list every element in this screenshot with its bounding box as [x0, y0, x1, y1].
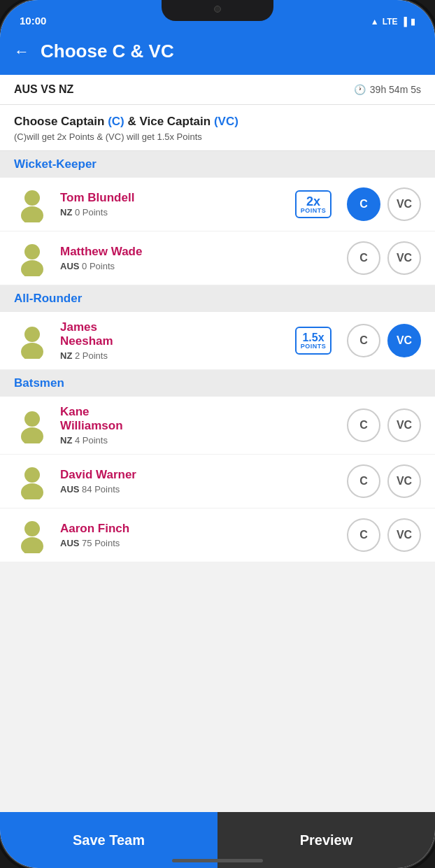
- cv-buttons-james-neesham: C VC: [347, 324, 421, 357]
- player-row-matthew-wade: Matthew Wade AUS 0 Points C VC: [0, 232, 435, 285]
- category-header-batsmen: Batsmen: [0, 370, 435, 397]
- captain-button-aaron-finch[interactable]: C: [347, 518, 380, 552]
- back-button[interactable]: ←: [14, 43, 29, 61]
- instruction-title: Choose Captain (C) & Vice Captain (VC): [14, 115, 421, 129]
- player-name-david-warner: David Warner: [60, 468, 285, 482]
- avatar-matthew-wade: [14, 240, 50, 276]
- instruction-section: Choose Captain (C) & Vice Captain (VC) (…: [0, 105, 435, 151]
- main-content: Choose Captain (C) & Vice Captain (VC) (…: [0, 105, 435, 812]
- player-team: AUS: [60, 261, 79, 271]
- category-header-wicketkeeper: Wicket-Keeper: [0, 151, 435, 178]
- vc-button-matthew-wade[interactable]: VC: [387, 241, 421, 275]
- player-name-kane-williamson: KaneWilliamson: [60, 405, 285, 433]
- signal-icon: ▐: [401, 17, 407, 27]
- cv-buttons-aaron-finch: C VC: [347, 518, 421, 552]
- 2x-badge: 2x POINTS: [295, 190, 331, 218]
- player-team: NZ: [60, 207, 72, 218]
- home-indicator: [172, 859, 263, 862]
- svg-point-1: [21, 206, 43, 222]
- vc-label: (VC): [214, 115, 238, 128]
- status-time: 10:00: [20, 15, 46, 27]
- captain-button-james-neesham[interactable]: C: [347, 324, 380, 357]
- silhouette-icon: [14, 186, 50, 222]
- player-row-tom-blundell: Tom Blundell NZ 0 Points 2x POINTS C VC: [0, 178, 435, 232]
- category-title-batsmen: Batsmen: [14, 376, 64, 390]
- lte-label: LTE: [383, 17, 398, 27]
- silhouette-icon: [14, 240, 50, 276]
- captain-button-david-warner[interactable]: C: [347, 464, 380, 498]
- svg-point-10: [24, 521, 40, 536]
- player-name-tom-blundell: Tom Blundell: [60, 191, 285, 205]
- avatar-david-warner: [14, 463, 50, 499]
- vc-button-david-warner[interactable]: VC: [387, 464, 421, 498]
- badge-james-neesham: 1.5x POINTS: [295, 327, 331, 355]
- silhouette-icon: [14, 407, 50, 443]
- svg-point-5: [21, 343, 43, 359]
- c-label: (C): [108, 115, 124, 128]
- player-name-matthew-wade: Matthew Wade: [60, 245, 285, 259]
- player-info-aaron-finch: Aaron Finch AUS 75 Points: [60, 522, 285, 548]
- silhouette-icon: [14, 463, 50, 499]
- instruction-mid: & Vice Captain: [124, 115, 214, 128]
- avatar-aaron-finch: [14, 517, 50, 553]
- player-team: AUS: [60, 538, 79, 548]
- silhouette-icon: [14, 517, 50, 553]
- player-row-kane-williamson: KaneWilliamson NZ 4 Points C VC: [0, 397, 435, 455]
- player-row-james-neesham: JamesNeesham NZ 2 Points 1.5x POINTS C V…: [0, 312, 435, 370]
- svg-point-4: [24, 327, 40, 342]
- player-row-david-warner: David Warner AUS 84 Points C VC: [0, 455, 435, 508]
- player-meta-aaron-finch: AUS 75 Points: [60, 538, 285, 548]
- cv-buttons-kane-williamson: C VC: [347, 408, 421, 442]
- instruction-start: Choose Captain: [14, 115, 108, 128]
- badge-tom-blundell: 2x POINTS: [295, 190, 331, 218]
- player-meta-kane-williamson: NZ 4 Points: [60, 435, 285, 446]
- svg-point-0: [24, 190, 40, 206]
- category-header-allrounder: All-Rounder: [0, 285, 435, 312]
- svg-point-7: [21, 427, 43, 443]
- 15x-badge: 1.5x POINTS: [295, 327, 331, 355]
- player-info-tom-blundell: Tom Blundell NZ 0 Points: [60, 191, 285, 218]
- player-meta-tom-blundell: NZ 0 Points: [60, 207, 285, 218]
- cv-buttons-david-warner: C VC: [347, 464, 421, 498]
- clock-icon: 🕐: [354, 84, 366, 95]
- svg-point-9: [21, 483, 43, 499]
- player-info-james-neesham: JamesNeesham NZ 2 Points: [60, 320, 285, 361]
- category-title-wicketkeeper: Wicket-Keeper: [14, 157, 97, 171]
- player-name-james-neesham: JamesNeesham: [60, 320, 285, 348]
- vc-button-james-neesham[interactable]: VC: [387, 324, 421, 357]
- player-team: AUS: [60, 484, 79, 495]
- svg-point-6: [24, 411, 40, 427]
- svg-point-8: [24, 467, 40, 483]
- vc-button-kane-williamson[interactable]: VC: [387, 408, 421, 442]
- player-team: NZ: [60, 350, 72, 361]
- player-name-aaron-finch: Aaron Finch: [60, 522, 285, 536]
- phone-screen: 10:00 ▲ LTE ▐ ▮ ← Choose C & VC AUS VS N…: [0, 0, 435, 868]
- vc-button-tom-blundell[interactable]: VC: [387, 187, 421, 221]
- player-row-aaron-finch: Aaron Finch AUS 75 Points C VC: [0, 508, 435, 562]
- avatar-kane-williamson: [14, 407, 50, 443]
- category-title-allrounder: All-Rounder: [14, 292, 82, 305]
- player-meta-david-warner: AUS 84 Points: [60, 484, 285, 495]
- captain-button-matthew-wade[interactable]: C: [347, 241, 380, 275]
- avatar-tom-blundell: [14, 186, 50, 222]
- wifi-icon: ▲: [371, 17, 379, 27]
- player-meta-james-neesham: NZ 2 Points: [60, 350, 285, 361]
- captain-button-kane-williamson[interactable]: C: [347, 408, 380, 442]
- svg-point-3: [21, 260, 43, 276]
- notch: [162, 0, 273, 21]
- header: ← Choose C & VC: [0, 31, 435, 75]
- match-timer: 🕐 39h 54m 5s: [354, 84, 421, 95]
- captain-button-tom-blundell[interactable]: C: [347, 187, 380, 221]
- vc-button-aaron-finch[interactable]: VC: [387, 518, 421, 552]
- player-info-david-warner: David Warner AUS 84 Points: [60, 468, 285, 495]
- match-bar: AUS VS NZ 🕐 39h 54m 5s: [0, 75, 435, 105]
- timer-value: 39h 54m 5s: [370, 84, 421, 95]
- status-icons: ▲ LTE ▐ ▮: [371, 17, 415, 27]
- player-info-matthew-wade: Matthew Wade AUS 0 Points: [60, 245, 285, 271]
- page-title: Choose C & VC: [41, 41, 174, 62]
- silhouette-icon: [14, 322, 50, 359]
- cv-buttons-tom-blundell: C VC: [347, 187, 421, 221]
- camera-dot: [214, 6, 221, 13]
- player-meta-matthew-wade: AUS 0 Points: [60, 261, 285, 271]
- instruction-subtitle: (C)will get 2x Points & (VC) will get 1.…: [14, 131, 421, 142]
